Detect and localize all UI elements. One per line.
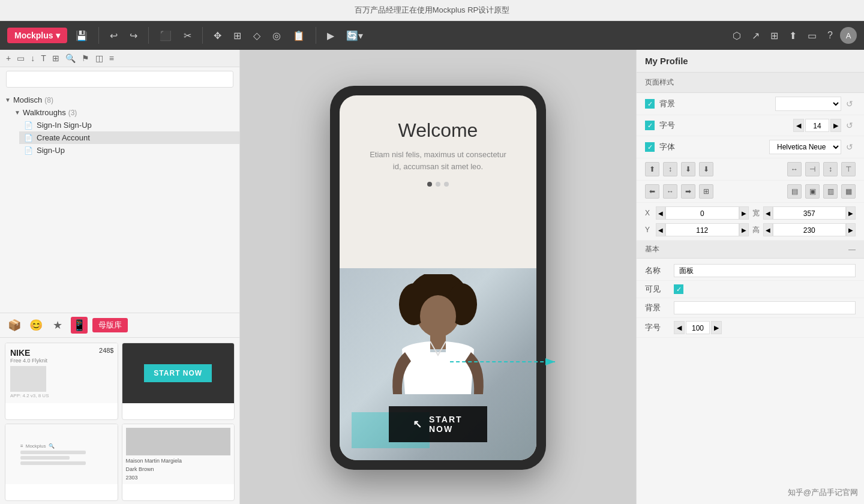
tab-icon-cube[interactable]: 📦	[6, 317, 23, 334]
thumb-mobile-content: ≡ Mockplus 🔍	[5, 424, 118, 484]
align-center-icon[interactable]: ↔	[663, 184, 677, 199]
component-icon[interactable]: ⊞	[52, 53, 59, 63]
flag-icon[interactable]: ⚑	[82, 53, 89, 63]
w-dec-btn[interactable]: ◀	[763, 206, 773, 220]
tree-item-create-account[interactable]: 📄 Create Account	[19, 131, 239, 144]
circle-icon[interactable]: ◎	[269, 28, 284, 44]
page-icon[interactable]: ◫	[95, 53, 103, 63]
shape-icon[interactable]: ◇	[250, 28, 264, 44]
tree-item-walktroughs[interactable]: ▼ Walktroughs (3)	[10, 106, 239, 119]
help-icon[interactable]: ?	[824, 28, 836, 43]
align-right-icon[interactable]: ➡	[681, 184, 695, 199]
list-icon[interactable]: ≡	[109, 53, 114, 63]
fontsize-checkbox[interactable]	[645, 121, 655, 130]
refresh-icon[interactable]: 🔄▾	[343, 28, 367, 44]
align-hdist-icon[interactable]: ↔	[787, 162, 802, 176]
rect-icon[interactable]: ▭	[17, 53, 25, 63]
align-top-icon[interactable]: ⬆	[645, 162, 659, 176]
font-checkbox[interactable]	[645, 142, 655, 152]
text-icon[interactable]: T	[41, 53, 46, 63]
w-inc-btn[interactable]: ▶	[846, 206, 856, 220]
thumbnail-start-now[interactable]: START NOW	[122, 343, 235, 420]
start-now-overlay-button[interactable]: ↖ START NOW	[389, 406, 487, 442]
fontsize-reset-btn[interactable]: ↺	[844, 119, 856, 131]
align-bottom-icon[interactable]: ⬇	[681, 162, 695, 176]
undo-icon[interactable]: ↩	[106, 28, 121, 44]
font-reset-btn[interactable]: ↺	[844, 141, 856, 153]
thumbnail-mobile[interactable]: ≡ Mockplus 🔍	[5, 424, 118, 501]
thumb-start-now-content: START NOW	[122, 343, 235, 403]
align-baseline-icon[interactable]: ⬇	[699, 162, 713, 176]
align-extra-4[interactable]: ▦	[841, 184, 856, 199]
bg-checkbox[interactable]	[645, 99, 655, 109]
dot-1[interactable]	[427, 182, 432, 187]
basic-section-toggle[interactable]: 基本 —	[637, 241, 864, 259]
align-icon[interactable]: ⊞	[230, 28, 245, 44]
add-icon[interactable]: +	[6, 53, 11, 63]
tree-folder-modisch: Modisch	[13, 95, 42, 104]
fontsize-basic-inc[interactable]: ▶	[711, 321, 722, 334]
share-icon[interactable]: ↗	[748, 28, 763, 44]
fontsize-dec-btn[interactable]: ◀	[793, 119, 804, 132]
align-extra-3[interactable]: ▥	[823, 184, 838, 199]
tab-icon-active[interactable]: 📱	[71, 317, 88, 334]
tab-label-active[interactable]: 母版库	[92, 318, 128, 332]
window-icon[interactable]: ▭	[804, 28, 820, 44]
font-label: 字体	[659, 142, 764, 152]
font-select[interactable]: Helvetica Neue	[769, 140, 841, 154]
down-icon[interactable]: ↓	[31, 53, 35, 63]
align-left-icon[interactable]: ⬅	[645, 184, 659, 199]
search-icon[interactable]: 🔍	[65, 53, 76, 63]
x-dec-btn[interactable]: ◀	[656, 206, 665, 220]
prop-row-bg: 背景 ↺	[637, 93, 864, 115]
y-dec-btn[interactable]: ◀	[656, 223, 665, 236]
maison-sub: Dark Brown	[126, 466, 154, 472]
tree-folder-walktroughs: Walktroughs	[23, 108, 66, 117]
thumbnail-nike[interactable]: NIKE Free 4.0 Flyknit 248$ APP: 4.2 v3, …	[5, 343, 118, 420]
play-icon[interactable]: ▶	[323, 28, 338, 44]
h-inc-btn[interactable]: ▶	[846, 223, 856, 236]
search-input[interactable]	[7, 71, 233, 87]
grid-icon[interactable]: ⊞	[767, 28, 782, 44]
redo-icon[interactable]: ↪	[126, 28, 141, 44]
tree-item-modisch[interactable]: ▼ Modisch (8)	[0, 94, 239, 106]
thumbnail-maison[interactable]: Maison Martin Margiela Dark Brown 2303	[122, 424, 235, 501]
bg-reset-btn[interactable]: ↺	[844, 98, 856, 110]
align-vmid-icon[interactable]: ⊤	[841, 162, 856, 176]
start-now-btn-thumb[interactable]: START NOW	[144, 364, 212, 382]
h-dec-btn[interactable]: ◀	[763, 223, 773, 236]
tree-item-signup[interactable]: 📄 Sign-Up	[19, 144, 239, 157]
name-input[interactable]	[674, 264, 856, 277]
align-grid-icon[interactable]: ⊞	[699, 184, 713, 199]
align-vdist-icon[interactable]: ↕	[823, 162, 838, 176]
save-icon[interactable]: 💾	[72, 28, 91, 44]
tree-panel: ▼ Modisch (8) ▼ Walktroughs (3) 📄 Sign-I…	[0, 91, 239, 313]
copy-icon[interactable]: 📋	[289, 28, 308, 44]
background-color-picker[interactable]	[674, 301, 856, 314]
upload-icon[interactable]: ⬆	[785, 28, 800, 44]
bg-label: 背景	[659, 98, 770, 109]
export-icon[interactable]: ⬡	[729, 28, 745, 44]
y-inc-btn[interactable]: ▶	[739, 223, 749, 236]
align-extra-2[interactable]: ▣	[805, 184, 820, 199]
x-inc-btn[interactable]: ▶	[739, 206, 749, 220]
avatar[interactable]: A	[840, 27, 857, 44]
fontsize-stepper: ◀ 14 ▶	[793, 119, 841, 132]
align-vmiddle-icon[interactable]: ↕	[663, 162, 677, 176]
frame-icon[interactable]: ⬛	[156, 28, 175, 44]
crop-icon[interactable]: ✂	[180, 28, 195, 44]
dot-2[interactable]	[436, 182, 440, 187]
dot-3[interactable]	[444, 182, 449, 187]
bg-select[interactable]	[775, 97, 841, 111]
pen-icon[interactable]: ✥	[210, 28, 225, 44]
visible-checkbox[interactable]	[674, 284, 683, 294]
tab-icon-emoji[interactable]: 😊	[28, 317, 44, 334]
align-extra-1[interactable]: ▤	[787, 184, 802, 199]
fontsize-inc-btn[interactable]: ▶	[830, 119, 841, 132]
mockplus-brand-button[interactable]: Mockplus ▾	[7, 28, 67, 43]
align-hmid-icon[interactable]: ⊣	[805, 162, 820, 176]
tree-item-signin[interactable]: 📄 Sign-In Sign-Up	[19, 119, 239, 131]
tab-icon-star[interactable]: ★	[49, 317, 66, 334]
fontsize-basic-dec[interactable]: ◀	[674, 321, 685, 334]
sub-toolbar: + ▭ ↓ T ⊞ 🔍 ⚑ ◫ ≡	[0, 50, 239, 67]
